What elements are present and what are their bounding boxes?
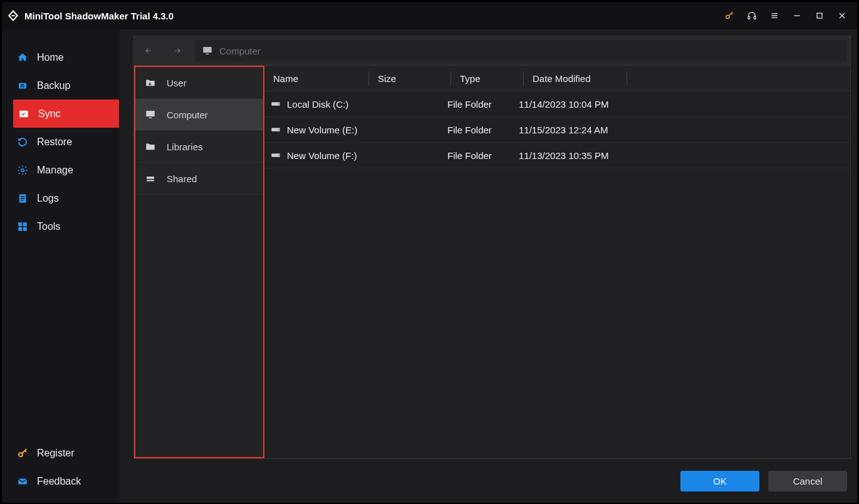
- titlebar-left: MiniTool ShadowMaker Trial 4.3.0: [6, 9, 174, 22]
- sidebar-item-label: Restore: [37, 136, 72, 148]
- tree-item-label: User: [167, 78, 187, 88]
- sidebar-item-register[interactable]: Register: [2, 439, 119, 467]
- col-date[interactable]: Date Modified: [524, 73, 627, 84]
- sidebar-item-label: Manage: [37, 165, 73, 176]
- mail-icon: [17, 476, 28, 487]
- folder-icon: [144, 140, 157, 153]
- file-header: Name Size Type Date Modified: [264, 66, 850, 91]
- path-input[interactable]: [219, 46, 846, 56]
- drive-icon: [271, 100, 281, 108]
- col-divider: [627, 71, 627, 85]
- file-row[interactable]: New Volume (E:) File Folder 11/15/2023 1…: [264, 117, 850, 143]
- sidebar-item-backup[interactable]: Backup: [2, 71, 119, 100]
- home-icon: [17, 52, 28, 63]
- tree-item-shared[interactable]: Shared: [135, 163, 263, 195]
- sidebar: Home Backup Sync: [2, 29, 120, 503]
- svg-rect-11: [23, 227, 27, 230]
- titlebar: MiniTool ShadowMaker Trial 4.3.0: [2, 2, 857, 29]
- drive-icon: [271, 126, 281, 133]
- footer: OK Cancel: [120, 459, 857, 503]
- file-browser: User Computer Libraries: [133, 36, 851, 459]
- tree-panel: User Computer Libraries: [134, 66, 264, 458]
- col-name[interactable]: Name: [264, 73, 368, 84]
- file-name: New Volume (E:): [287, 125, 358, 135]
- svg-rect-3: [817, 13, 822, 18]
- sidebar-item-manage[interactable]: Manage: [2, 156, 119, 184]
- app-body: Home Backup Sync: [2, 29, 857, 503]
- sidebar-item-logs[interactable]: Logs: [2, 184, 119, 212]
- svg-point-6: [21, 168, 24, 172]
- nav-forward-button[interactable]: [163, 36, 192, 65]
- file-date: 11/13/2023 10:35 PM: [510, 150, 632, 161]
- file-name: Local Disk (C:): [287, 99, 348, 110]
- file-type: File Folder: [439, 125, 510, 135]
- nav-back-button[interactable]: [134, 36, 163, 65]
- menu-icon[interactable]: [763, 7, 786, 24]
- svg-point-26: [278, 155, 279, 155]
- tree-item-computer[interactable]: Computer: [135, 99, 263, 131]
- file-type: File Folder: [439, 99, 510, 110]
- sidebar-item-tools[interactable]: Tools: [2, 212, 119, 240]
- maximize-button[interactable]: [808, 7, 831, 24]
- ok-button[interactable]: OK: [680, 471, 759, 491]
- cell-name: New Volume (F:): [264, 150, 439, 161]
- logs-icon: [17, 193, 28, 204]
- sidebar-nav: Home Backup Sync: [2, 43, 119, 240]
- svg-rect-18: [149, 118, 152, 119]
- svg-rect-14: [203, 47, 212, 53]
- path-input-wrapper[interactable]: [195, 40, 846, 61]
- file-date: 11/15/2023 12:24 AM: [510, 125, 632, 135]
- cell-name: Local Disk (C:): [264, 99, 439, 110]
- sidebar-item-label: Backup: [37, 80, 70, 91]
- file-name: New Volume (F:): [287, 150, 357, 161]
- minimize-button[interactable]: [786, 7, 808, 24]
- path-bar: [133, 36, 851, 66]
- cell-name: New Volume (E:): [264, 125, 439, 135]
- svg-point-22: [278, 103, 279, 104]
- tree-item-label: Libraries: [167, 141, 203, 152]
- svg-rect-20: [147, 180, 154, 181]
- user-folder-icon: [144, 76, 157, 89]
- file-row[interactable]: Local Disk (C:) File Folder 11/14/2023 1…: [264, 91, 850, 117]
- svg-point-24: [278, 129, 279, 130]
- sidebar-item-restore[interactable]: Restore: [2, 128, 119, 156]
- titlebar-right: [718, 7, 853, 24]
- sidebar-item-feedback[interactable]: Feedback: [2, 467, 119, 495]
- sidebar-item-label: Feedback: [37, 476, 81, 487]
- tree-item-label: Computer: [167, 110, 208, 120]
- svg-point-16: [149, 83, 150, 84]
- cancel-button[interactable]: Cancel: [768, 471, 847, 491]
- tools-icon: [17, 221, 28, 232]
- svg-rect-15: [206, 54, 209, 55]
- close-button[interactable]: [831, 7, 853, 24]
- backup-icon: [17, 80, 28, 91]
- key-icon: [17, 448, 28, 459]
- svg-point-0: [726, 15, 729, 18]
- svg-rect-19: [147, 177, 154, 179]
- sidebar-item-sync[interactable]: Sync: [13, 100, 119, 128]
- main-panel: User Computer Libraries: [120, 29, 857, 503]
- col-size[interactable]: Size: [369, 73, 450, 84]
- sidebar-bottom: Register Feedback: [2, 439, 119, 503]
- sidebar-spacer: [2, 240, 119, 439]
- svg-rect-8: [18, 222, 22, 226]
- shared-drive-icon: [144, 172, 157, 185]
- monitor-icon: [202, 45, 213, 56]
- headset-icon[interactable]: [741, 7, 763, 24]
- svg-point-12: [19, 453, 23, 456]
- sidebar-item-label: Tools: [37, 221, 60, 232]
- sidebar-item-label: Home: [37, 52, 64, 63]
- sidebar-item-label: Sync: [38, 108, 61, 120]
- key-icon[interactable]: [718, 7, 741, 24]
- svg-rect-9: [23, 222, 27, 226]
- tree-item-label: Shared: [167, 173, 197, 184]
- tree-item-libraries[interactable]: Libraries: [135, 131, 263, 163]
- sidebar-item-home[interactable]: Home: [2, 43, 119, 71]
- svg-rect-4: [19, 83, 26, 88]
- file-row[interactable]: New Volume (F:) File Folder 11/13/2023 1…: [264, 143, 850, 168]
- tree-item-user[interactable]: User: [135, 67, 263, 99]
- col-type[interactable]: Type: [451, 73, 523, 84]
- sidebar-item-label: Logs: [37, 193, 59, 204]
- browser-body: User Computer Libraries: [133, 66, 851, 459]
- monitor-icon: [144, 108, 157, 121]
